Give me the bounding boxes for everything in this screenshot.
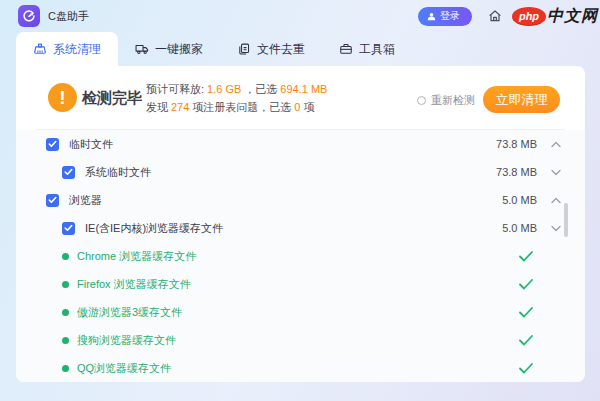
list-item[interactable]: QQ浏览器缓存文件: [16, 354, 585, 382]
clean-icon: [33, 42, 47, 56]
bullet-icon: [62, 309, 69, 316]
found-label: 发现: [146, 101, 168, 113]
brand-suffix: 中文网: [547, 6, 598, 27]
truck-icon: [135, 42, 149, 56]
title-bar: C盘助手 登录 php 中文网: [0, 0, 600, 32]
scan-status: 检测完毕: [82, 89, 142, 108]
selected-value: 694.1 MB: [280, 83, 327, 95]
tab-file-dedupe[interactable]: 文件去重: [220, 32, 322, 66]
item-label: 浏览器: [69, 193, 102, 208]
tab-one-key-move[interactable]: 一键搬家: [118, 32, 220, 66]
summary-line-1: 预计可释放:1.6 GB，已选694.1 MB: [146, 80, 330, 98]
selected-label: ，已选: [244, 83, 277, 95]
checkbox-checked[interactable]: [46, 194, 59, 207]
item-label: Firefox 浏览器缓存文件: [77, 277, 191, 292]
done-check-icon: [519, 307, 533, 318]
list-item[interactable]: 浏览器 5.0 MB: [16, 186, 585, 214]
list-item[interactable]: Chrome 浏览器缓存文件: [16, 242, 585, 270]
tab-system-clean[interactable]: 系统清理: [16, 32, 118, 66]
list-item[interactable]: IE(含IE内核)浏览器缓存文件 5.0 MB: [16, 214, 585, 242]
release-label: 预计可释放:: [146, 83, 204, 95]
chevron-icon[interactable]: [551, 169, 561, 176]
item-label: IE(含IE内核)浏览器缓存文件: [85, 221, 223, 236]
home-icon[interactable]: [487, 8, 503, 24]
item-label: 搜狗浏览器缓存文件: [77, 333, 176, 348]
item-label: 傲游浏览器3缓存文件: [77, 305, 182, 320]
chevron-icon[interactable]: [551, 197, 561, 204]
tab-label: 系统清理: [53, 41, 101, 58]
issues-label: 项注册表问题，已选: [192, 101, 291, 113]
list-item[interactable]: 系统临时文件 73.8 MB: [16, 158, 585, 186]
list-item[interactable]: 临时文件 73.8 MB: [16, 130, 585, 158]
checkbox-checked[interactable]: [62, 222, 75, 235]
tab-label: 工具箱: [359, 41, 395, 58]
item-label: Chrome 浏览器缓存文件: [77, 249, 196, 264]
site-brand-logo: php 中文网: [512, 6, 598, 27]
done-check-icon: [519, 251, 533, 262]
chevron-icon[interactable]: [551, 225, 561, 232]
tab-label: 一键搬家: [155, 41, 203, 58]
main-panel: ! 检测完毕 预计可释放:1.6 GB，已选694.1 MB 发现274项注册表…: [16, 66, 585, 382]
tab-toolbox[interactable]: 工具箱: [322, 32, 412, 66]
list-item[interactable]: 傲游浏览器3缓存文件: [16, 298, 585, 326]
item-size: 73.8 MB: [496, 138, 537, 150]
item-size: 5.0 MB: [502, 194, 537, 206]
rescan-radio-icon: [417, 96, 426, 105]
tab-label: 文件去重: [257, 41, 305, 58]
main-tabbar: 系统清理 一键搬家 文件去重 工具箱: [16, 32, 412, 66]
done-check-icon: [519, 335, 533, 346]
login-button[interactable]: 登录: [418, 7, 472, 26]
warning-icon: !: [48, 83, 77, 112]
item-label: 系统临时文件: [85, 165, 151, 180]
scan-summary-header: ! 检测完毕 预计可释放:1.6 GB，已选694.1 MB 发现274项注册表…: [16, 66, 585, 130]
selected-count: 0: [294, 101, 300, 113]
count-unit: 项: [303, 101, 314, 113]
user-icon: [427, 12, 436, 21]
clean-now-button[interactable]: 立即清理: [483, 86, 560, 113]
cleanup-list: 临时文件 73.8 MB 系统临时文件 73.8 MB 浏览器 5.0 MB: [16, 130, 585, 382]
summary-line-2: 发现274项注册表问题，已选0项: [146, 98, 330, 116]
bullet-icon: [62, 281, 69, 288]
release-value: 1.6 GB: [207, 83, 241, 95]
checkbox-checked[interactable]: [62, 166, 75, 179]
dedupe-icon: [237, 42, 251, 56]
scan-summary: 预计可释放:1.6 GB，已选694.1 MB 发现274项注册表问题，已选0项: [146, 80, 330, 116]
php-logo-icon: php: [512, 7, 546, 26]
bullet-icon: [62, 253, 69, 260]
item-label: 临时文件: [69, 137, 113, 152]
done-check-icon: [519, 279, 533, 290]
item-size: 5.0 MB: [502, 222, 537, 234]
item-size: 73.8 MB: [496, 166, 537, 178]
list-item[interactable]: 搜狗浏览器缓存文件: [16, 326, 585, 354]
list-item[interactable]: Firefox 浏览器缓存文件: [16, 270, 585, 298]
rescan-button[interactable]: 重新检测: [417, 93, 475, 108]
login-label: 登录: [440, 9, 460, 23]
app-title: C盘助手: [48, 9, 89, 24]
toolbox-icon: [339, 42, 353, 56]
app-logo-icon: [18, 5, 40, 27]
bullet-icon: [62, 365, 69, 372]
item-label: QQ浏览器缓存文件: [77, 361, 171, 376]
rescan-label: 重新检测: [431, 93, 475, 108]
checkbox-checked[interactable]: [46, 138, 59, 151]
chevron-icon[interactable]: [551, 141, 561, 148]
done-check-icon: [519, 363, 533, 374]
bullet-icon: [62, 337, 69, 344]
found-value: 274: [171, 101, 189, 113]
